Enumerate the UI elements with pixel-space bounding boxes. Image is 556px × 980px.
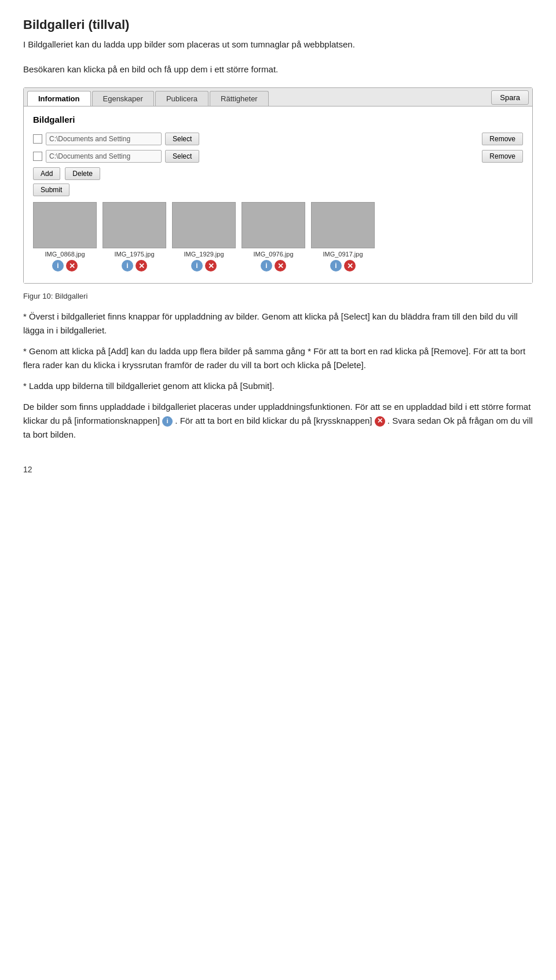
thumb-icons-4: i ✕ (330, 260, 356, 271)
thumbnails-row: IMG_0868.jpg i ✕ IMG_1975.jpg i ✕ IMG_19… (33, 202, 523, 271)
thumb-label-2: IMG_1929.jpg (184, 251, 224, 258)
bildgalleri-panel: Information Egenskaper Publicera Rättigh… (23, 87, 533, 284)
thumb-icons-1: i ✕ (122, 260, 147, 271)
info-icon-3[interactable]: i (261, 260, 272, 271)
file-row-1: Select Remove (33, 133, 523, 145)
thumb-item-4: IMG_0917.jpg i ✕ (311, 202, 375, 271)
page-number: 12 (23, 465, 533, 474)
thumb-item-3: IMG_0976.jpg i ✕ (242, 202, 305, 271)
save-button[interactable]: Spara (491, 90, 529, 105)
delete-button[interactable]: Delete (65, 167, 100, 180)
tab-egenskaper[interactable]: Egenskaper (92, 91, 154, 106)
close-icon-0[interactable]: ✕ (66, 260, 78, 271)
thumb-image-2 (172, 202, 236, 248)
inline-close-icon: ✕ (375, 416, 385, 427)
thumb-item-0: IMG_0868.jpg i ✕ (33, 202, 97, 271)
select-button-2[interactable]: Select (165, 150, 199, 163)
remove-button-2[interactable]: Remove (482, 150, 523, 163)
page-title: Bildgalleri (tillval) (23, 17, 533, 32)
thumb-label-0: IMG_0868.jpg (45, 251, 85, 258)
panel-body: Bildgalleri Select Remove Select Remove … (24, 107, 532, 283)
intro-paragraph-2: Besökaren kan klicka på en bild och få u… (23, 63, 533, 76)
tab-publicera[interactable]: Publicera (155, 91, 209, 106)
close-icon-3[interactable]: ✕ (275, 260, 286, 271)
select-button-1[interactable]: Select (165, 133, 199, 145)
thumb-image-1 (103, 202, 166, 248)
figure-caption: Figur 10: Bildgalleri (23, 292, 533, 300)
tab-rattigheter[interactable]: Rättigheter (210, 91, 269, 106)
thumb-image-3 (242, 202, 305, 248)
thumb-item-2: IMG_1929.jpg i ✕ (172, 202, 236, 271)
tab-information[interactable]: Information (27, 91, 91, 106)
thumb-item-1: IMG_1975.jpg i ✕ (103, 202, 166, 271)
info-icon-0[interactable]: i (52, 260, 64, 271)
close-icon-2[interactable]: ✕ (205, 260, 217, 271)
add-button[interactable]: Add (33, 167, 60, 180)
submit-row: Submit (33, 183, 523, 196)
intro-paragraph-1: I Bildgalleriet kan du ladda upp bilder … (23, 38, 533, 52)
thumb-image-0 (33, 202, 97, 248)
info-icon-2[interactable]: i (191, 260, 203, 271)
thumb-icons-3: i ✕ (261, 260, 286, 271)
submit-button[interactable]: Submit (33, 183, 70, 196)
body-paragraph-4: De bilder som finns uppladdade i bildgal… (23, 400, 533, 442)
file-input-1[interactable] (46, 133, 162, 145)
file-input-2[interactable] (46, 150, 162, 163)
remove-button-1[interactable]: Remove (482, 133, 523, 145)
panel-title: Bildgalleri (33, 115, 523, 124)
file-checkbox-1[interactable] (33, 134, 42, 144)
inline-info-icon: i (162, 416, 173, 427)
info-icon-1[interactable]: i (122, 260, 133, 271)
file-row-2: Select Remove (33, 150, 523, 163)
thumb-icons-0: i ✕ (52, 260, 78, 271)
thumb-label-1: IMG_1975.jpg (114, 251, 154, 258)
info-icon-4[interactable]: i (330, 260, 342, 271)
close-icon-4[interactable]: ✕ (344, 260, 356, 271)
thumb-image-4 (311, 202, 375, 248)
body-paragraph-3: * Ladda upp bilderna till bildgalleriet … (23, 379, 533, 393)
body-p4-text-mid: . För att ta bort en bild klickar du på … (175, 416, 372, 425)
body-paragraph-1: * Överst i bildgalleriet finns knappar f… (23, 310, 533, 337)
thumb-label-3: IMG_0976.jpg (253, 251, 293, 258)
thumb-label-4: IMG_0917.jpg (323, 251, 363, 258)
close-icon-1[interactable]: ✕ (136, 260, 147, 271)
file-checkbox-2[interactable] (33, 152, 42, 161)
body-paragraph-2: * Genom att klicka på [Add] kan du ladda… (23, 344, 533, 372)
tab-bar: Information Egenskaper Publicera Rättigh… (24, 88, 532, 107)
add-delete-row: Add Delete (33, 167, 523, 180)
thumb-icons-2: i ✕ (191, 260, 217, 271)
